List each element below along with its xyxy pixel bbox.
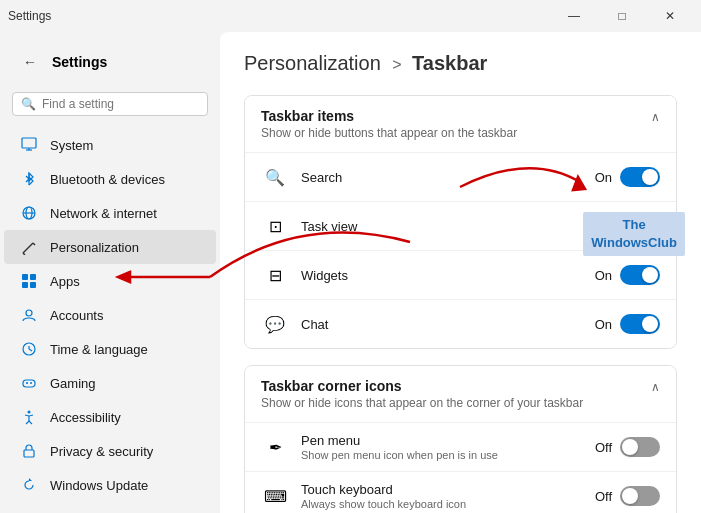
section-subtitle-taskbar_items: Show or hide buttons that appear on the … — [261, 126, 517, 140]
svg-line-19 — [29, 349, 32, 351]
setting-label-widgets: Widgets — [301, 268, 595, 283]
section-chevron-taskbar_items: ∧ — [651, 110, 660, 124]
titlebar: Settings — □ ✕ — [0, 0, 701, 32]
section-subtitle-taskbar_corner_icons: Show or hide icons that appear on the co… — [261, 396, 583, 410]
search-box[interactable]: 🔍 — [12, 92, 208, 116]
setting-status-touch-keyboard: Off — [595, 489, 612, 504]
svg-rect-13 — [30, 274, 36, 280]
svg-rect-0 — [22, 138, 36, 148]
svg-line-11 — [23, 253, 25, 255]
setting-row: ✒Pen menuShow pen menu icon when pen is … — [245, 422, 676, 471]
search-icon: 🔍 — [21, 97, 36, 111]
sidebar-item-apps[interactable]: Apps — [4, 264, 216, 298]
sidebar-item-system[interactable]: System — [4, 128, 216, 162]
sidebar-item-accessibility[interactable]: Accessibility — [4, 400, 216, 434]
svg-point-16 — [26, 310, 32, 316]
sidebar-item-gaming[interactable]: Gaming — [4, 366, 216, 400]
personalization-icon — [20, 238, 38, 256]
sidebar-item-network[interactable]: Network & internet — [4, 196, 216, 230]
close-button[interactable]: ✕ — [647, 0, 693, 32]
sidebar: ← Settings 🔍 SystemBluetooth & devicesNe… — [0, 32, 220, 513]
sidebar-item-personalization[interactable]: Personalization — [4, 230, 216, 264]
toggle-widgets[interactable] — [620, 265, 660, 285]
toggle-task-view[interactable] — [620, 216, 660, 236]
setting-status-search: On — [595, 170, 612, 185]
svg-rect-14 — [22, 282, 28, 288]
sidebar-item-label-time: Time & language — [50, 342, 148, 357]
toggle-touch-keyboard[interactable] — [620, 486, 660, 506]
setting-row: 💬ChatOn — [245, 299, 676, 348]
sidebar-title: Settings — [52, 54, 107, 70]
setting-desc-touch-keyboard: Always show touch keyboard icon — [301, 498, 595, 510]
setting-label-pen-menu: Pen menu — [301, 433, 595, 448]
toggle-knob — [642, 169, 658, 185]
breadcrumb-parent: Personalization — [244, 52, 381, 74]
toggle-knob — [642, 267, 658, 283]
svg-rect-12 — [22, 274, 28, 280]
sidebar-item-accounts[interactable]: Accounts — [4, 298, 216, 332]
sidebar-item-label-network: Network & internet — [50, 206, 157, 221]
svg-rect-25 — [24, 450, 34, 457]
setting-label-touch-keyboard: Touch keyboard — [301, 482, 595, 497]
sidebar-item-label-gaming: Gaming — [50, 376, 96, 391]
sidebar-item-privacy[interactable]: Privacy & security — [4, 434, 216, 468]
section-taskbar_items: Taskbar itemsShow or hide buttons that a… — [244, 95, 677, 349]
sidebar-item-label-personalization: Personalization — [50, 240, 139, 255]
windows_update-icon — [20, 476, 38, 494]
svg-point-24 — [28, 411, 31, 414]
setting-icon-chat: 💬 — [261, 310, 289, 338]
apps-icon — [20, 272, 38, 290]
sidebar-item-label-apps: Apps — [50, 274, 80, 289]
sidebar-item-label-privacy: Privacy & security — [50, 444, 153, 459]
sidebar-item-label-bluetooth: Bluetooth & devices — [50, 172, 165, 187]
setting-icon-search: 🔍 — [261, 163, 289, 191]
setting-label-task-view: Task view — [301, 219, 595, 234]
svg-line-10 — [33, 243, 35, 245]
sidebar-item-label-accounts: Accounts — [50, 308, 103, 323]
accounts-icon — [20, 306, 38, 324]
breadcrumb: Personalization > Taskbar — [244, 52, 677, 75]
bluetooth-icon — [20, 170, 38, 188]
maximize-button[interactable]: □ — [599, 0, 645, 32]
section-title-taskbar_corner_icons: Taskbar corner icons — [261, 378, 583, 394]
toggle-chat[interactable] — [620, 314, 660, 334]
main-panel: Personalization > Taskbar Taskbar itemsS… — [220, 32, 701, 513]
section-chevron-taskbar_corner_icons: ∧ — [651, 380, 660, 394]
setting-row: ⌨Touch keyboardAlways show touch keyboar… — [245, 471, 676, 513]
network-icon — [20, 204, 38, 222]
sidebar-item-label-windows_update: Windows Update — [50, 478, 148, 493]
minimize-button[interactable]: — — [551, 0, 597, 32]
search-input[interactable] — [42, 97, 199, 111]
toggle-pen-menu[interactable] — [620, 437, 660, 457]
svg-marker-26 — [29, 478, 32, 481]
back-button[interactable]: ← — [16, 48, 44, 76]
gaming-icon — [20, 374, 38, 392]
section-header-taskbar_corner_icons[interactable]: Taskbar corner iconsShow or hide icons t… — [245, 366, 676, 422]
toggle-knob — [642, 316, 658, 332]
toggle-knob — [642, 218, 658, 234]
svg-point-23 — [30, 382, 32, 384]
time-icon — [20, 340, 38, 358]
system-icon — [20, 136, 38, 154]
setting-row: ⊟WidgetsOn — [245, 250, 676, 299]
section-taskbar_corner_icons: Taskbar corner iconsShow or hide icons t… — [244, 365, 677, 513]
section-title-taskbar_items: Taskbar items — [261, 108, 517, 124]
setting-status-pen-menu: Off — [595, 440, 612, 455]
setting-status-chat: On — [595, 317, 612, 332]
sidebar-item-time[interactable]: Time & language — [4, 332, 216, 366]
setting-label-chat: Chat — [301, 317, 595, 332]
setting-icon-widgets: ⊟ — [261, 261, 289, 289]
breadcrumb-current: Taskbar — [412, 52, 487, 74]
sidebar-item-label-system: System — [50, 138, 93, 153]
breadcrumb-separator: > — [392, 56, 406, 73]
section-header-taskbar_items[interactable]: Taskbar itemsShow or hide buttons that a… — [245, 96, 676, 152]
svg-rect-20 — [23, 380, 35, 387]
sidebar-item-bluetooth[interactable]: Bluetooth & devices — [4, 162, 216, 196]
setting-status-task-view: On — [595, 219, 612, 234]
setting-row: 🔍SearchOn — [245, 152, 676, 201]
toggle-search[interactable] — [620, 167, 660, 187]
sidebar-item-windows_update[interactable]: Windows Update — [4, 468, 216, 502]
setting-status-widgets: On — [595, 268, 612, 283]
toggle-knob — [622, 439, 638, 455]
sidebar-item-label-accessibility: Accessibility — [50, 410, 121, 425]
